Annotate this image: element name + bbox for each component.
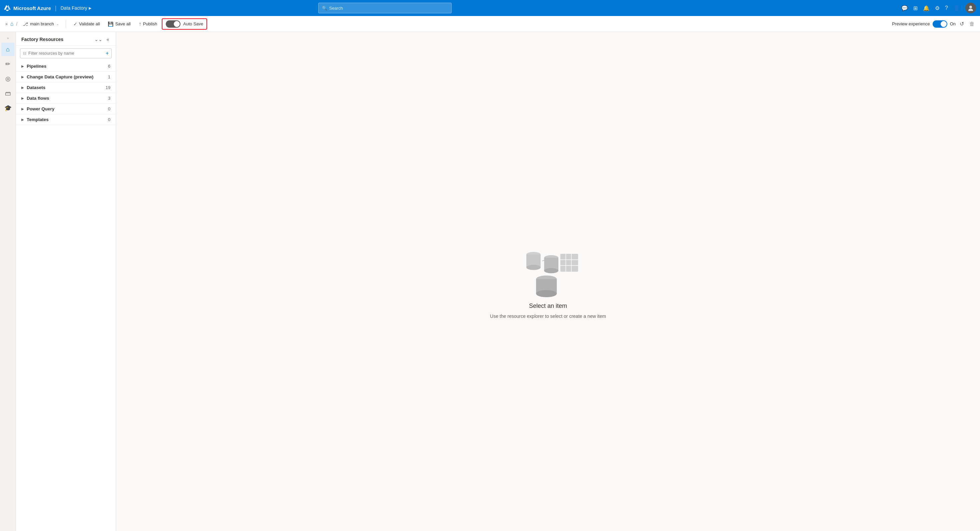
resource-item-cdc[interactable]: ▶ Change Data Capture (preview) 1 — [16, 72, 116, 83]
refresh-button[interactable]: ↺ — [958, 19, 965, 29]
app-name-link[interactable]: Data Factory ▶ — [60, 5, 91, 11]
grid-icon[interactable]: ⊞ — [913, 5, 918, 11]
validate-label: Validate all — [79, 21, 100, 26]
sidebar-item-author[interactable]: ✏ — [2, 57, 15, 71]
chevron-icon: ▶ — [21, 96, 24, 100]
resource-label-dataflows: Data flows — [27, 96, 108, 101]
resource-count-templates: 0 — [108, 117, 110, 122]
save-icon: 💾 — [108, 21, 113, 27]
chat-icon[interactable]: 💬 — [901, 5, 908, 11]
branch-icon: ⎇ — [23, 21, 28, 27]
main-toolbar: » ⌂ / ⎇ main branch ⌄ ✓ Validate all 💾 S… — [0, 16, 980, 32]
filter-resources-input[interactable] — [29, 51, 109, 56]
autosave-toggle-knob — [174, 21, 180, 27]
delete-button[interactable]: 🗑 — [968, 20, 976, 29]
side-nav-icons: » ⌂ ✏ ◎ 🗃 🎓 — [0, 32, 16, 531]
topbar-icons: 💬 ⊞ 🔔 ⚙ ? 👤 — [901, 3, 976, 13]
autosave-area: Auto Save — [162, 18, 207, 30]
save-label: Save all — [115, 21, 130, 26]
branch-selector[interactable]: ⎇ main branch ⌄ — [20, 20, 62, 28]
empty-state: Select an item Use the resource explorer… — [490, 244, 606, 319]
resource-item-templates[interactable]: ▶ Templates 0 — [16, 114, 116, 125]
chevron-icon: ▶ — [21, 64, 24, 68]
svg-rect-13 — [560, 254, 578, 272]
help-icon[interactable]: ? — [945, 5, 948, 11]
preview-experience-toggle[interactable] — [932, 20, 947, 28]
resource-label-templates: Templates — [27, 117, 108, 122]
svg-point-4 — [969, 6, 972, 8]
resources-panel: Factory Resources ⌄⌄ « ⊟ + ▶ Pipelines 6 — [16, 32, 116, 531]
manage-icon: 🗃 — [5, 90, 11, 97]
resources-panel-title: Factory Resources — [21, 37, 64, 42]
avatar-icon — [968, 5, 974, 11]
sidebar-item-monitor[interactable]: ◎ — [2, 72, 15, 85]
preview-experience-label: Preview experience — [892, 21, 930, 26]
branch-name: main branch — [30, 21, 54, 26]
resources-panel-header: Factory Resources ⌄⌄ « — [16, 32, 116, 46]
collapse-nav-button[interactable]: » — [4, 20, 9, 28]
breadcrumb-separator-1: / — [16, 21, 18, 27]
empty-state-illustration — [515, 244, 581, 299]
resource-item-pipelines[interactable]: ▶ Pipelines 6 — [16, 61, 116, 72]
save-all-button[interactable]: 💾 Save all — [104, 20, 134, 29]
resource-count-pipelines: 6 — [108, 64, 110, 69]
branch-dropdown-icon: ⌄ — [56, 22, 59, 26]
resource-item-powerquery[interactable]: ▶ Power Query 0 — [16, 104, 116, 114]
collapse-panel-button[interactable]: ⌄⌄ — [93, 36, 104, 43]
monitor-icon: ◎ — [5, 75, 11, 83]
edit-icon: ✏ — [5, 60, 10, 68]
sidebar-item-home[interactable]: ⌂ — [2, 43, 15, 56]
svg-point-12 — [544, 268, 558, 273]
close-panel-button[interactable]: « — [105, 36, 110, 43]
home-icon: ⌂ — [6, 46, 10, 53]
autosave-label: Auto Save — [183, 21, 203, 26]
side-nav-expand[interactable]: » — [5, 35, 10, 41]
avatar[interactable] — [965, 3, 976, 13]
sidebar-item-manage[interactable]: 🗃 — [2, 87, 15, 100]
global-search[interactable]: 🔍 Search — [318, 3, 452, 13]
chevron-icon: ▶ — [21, 75, 24, 79]
resource-item-datasets[interactable]: ▶ Datasets 19 — [16, 83, 116, 93]
learn-icon: 🎓 — [4, 104, 12, 112]
add-resource-button[interactable]: + — [106, 50, 109, 56]
chevron-icon: ▶ — [21, 107, 24, 111]
data-pipeline-illustration — [515, 244, 581, 297]
validate-icon: ✓ — [73, 21, 77, 27]
preview-area: Preview experience On ↺ 🗑 — [892, 19, 976, 29]
bell-icon[interactable]: 🔔 — [923, 5, 930, 11]
app-name-arrow: ▶ — [89, 6, 91, 10]
resource-label-cdc: Change Data Capture (preview) — [27, 75, 108, 79]
factory-home-icon[interactable]: ⌂ — [10, 21, 14, 27]
preview-on-label: On — [950, 21, 956, 26]
body-area: » ⌂ ✏ ◎ 🗃 🎓 Factory Resources ⌄⌄ — [0, 32, 980, 531]
svg-point-20 — [536, 290, 557, 297]
publish-button[interactable]: ↑ Publish — [135, 19, 161, 29]
empty-state-subtitle: Use the resource explorer to select or c… — [490, 313, 606, 319]
filter-icon: ⊟ — [23, 51, 26, 56]
resource-count-cdc: 1 — [108, 75, 110, 79]
brand-logo: Microsoft Azure — [4, 5, 51, 11]
resource-count-datasets: 19 — [106, 85, 110, 90]
sidebar-item-learn[interactable]: 🎓 — [2, 102, 15, 115]
toolbar-divider-1 — [66, 20, 66, 28]
publish-icon: ↑ — [139, 21, 142, 27]
main-canvas: Select an item Use the resource explorer… — [116, 32, 980, 531]
settings-icon[interactable]: ⚙ — [935, 5, 940, 11]
empty-state-title: Select an item — [529, 302, 567, 310]
filter-search-area: ⊟ + — [20, 48, 112, 58]
chevron-icon: ▶ — [21, 118, 24, 121]
resource-count-dataflows: 3 — [108, 96, 110, 101]
resource-label-datasets: Datasets — [27, 85, 106, 90]
resource-item-dataflows[interactable]: ▶ Data flows 3 — [16, 93, 116, 104]
person-icon[interactable]: 👤 — [953, 5, 960, 11]
autosave-toggle[interactable] — [166, 20, 180, 28]
validate-all-button[interactable]: ✓ Validate all — [70, 20, 103, 29]
app-name-text: Data Factory — [60, 5, 87, 11]
search-icon: 🔍 — [322, 6, 327, 11]
resource-list: ▶ Pipelines 6 ▶ Change Data Capture (pre… — [16, 61, 116, 531]
publish-label: Publish — [143, 21, 158, 26]
resources-header-actions: ⌄⌄ « — [93, 36, 110, 43]
preview-toggle-knob — [941, 21, 947, 27]
brand-name: Microsoft Azure — [13, 5, 51, 11]
svg-point-8 — [527, 265, 541, 270]
